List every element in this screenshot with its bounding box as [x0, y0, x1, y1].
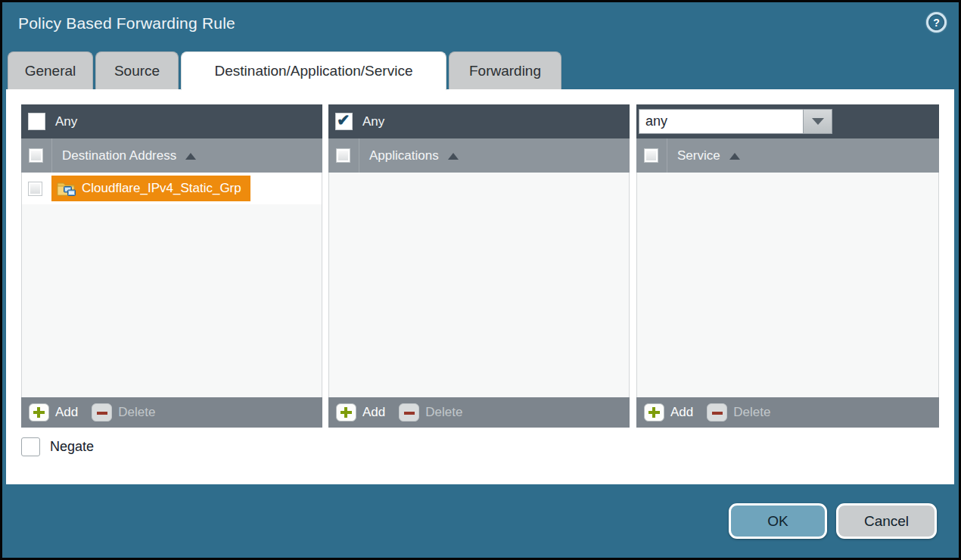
- destination-any-label: Any: [55, 114, 77, 129]
- tab-general[interactable]: General: [8, 51, 93, 89]
- plus-icon: [29, 403, 49, 422]
- plus-icon: [644, 403, 664, 422]
- service-add-button[interactable]: Add: [644, 403, 693, 422]
- add-button-label: Add: [670, 405, 693, 420]
- applications-column: Any Applications Add Delete: [328, 104, 630, 428]
- destination-any-row: Any: [21, 104, 322, 138]
- header-divider: [667, 138, 667, 173]
- question-mark-icon: ?: [928, 14, 944, 30]
- minus-icon: [399, 403, 419, 422]
- service-delete-button[interactable]: Delete: [707, 403, 770, 422]
- service-dropdown-value[interactable]: any: [639, 109, 804, 134]
- destination-address-column: Any Destination Address: [21, 104, 322, 428]
- applications-any-row: Any: [328, 104, 630, 138]
- service-dropdown[interactable]: any: [639, 109, 832, 134]
- tab-content-panel: Any Destination Address: [6, 89, 954, 484]
- minus-icon: [707, 403, 727, 422]
- sort-ascending-icon: [185, 153, 196, 160]
- tab-forwarding[interactable]: Forwarding: [449, 51, 561, 89]
- tab-source[interactable]: Source: [95, 51, 179, 89]
- destination-delete-button[interactable]: Delete: [92, 403, 155, 422]
- address-object-label: Cloudflare_IPv4_Static_Grp: [82, 181, 241, 196]
- selected-address-object[interactable]: Cloudflare_IPv4_Static_Grp: [51, 176, 250, 201]
- delete-button-label: Delete: [118, 405, 155, 420]
- sort-ascending-icon: [729, 153, 740, 160]
- delete-button-label: Delete: [425, 405, 462, 420]
- service-list: [636, 173, 939, 397]
- applications-delete-button[interactable]: Delete: [399, 403, 462, 422]
- applications-list: [328, 173, 630, 397]
- destination-select-all-checkbox[interactable]: [29, 148, 43, 163]
- applications-footer: Add Delete: [328, 397, 630, 428]
- applications-header-label: Applications: [369, 148, 439, 163]
- service-column: any Service Add D: [636, 104, 939, 428]
- tab-destination-application-service[interactable]: Destination/Application/Service: [181, 51, 446, 90]
- negate-checkbox[interactable]: [21, 437, 40, 456]
- destination-address-header[interactable]: Destination Address: [21, 138, 322, 173]
- destination-any-checkbox[interactable]: [28, 113, 45, 130]
- sort-ascending-icon: [448, 153, 459, 160]
- destination-address-list: Cloudflare_IPv4_Static_Grp: [21, 173, 322, 397]
- header-divider: [359, 138, 359, 173]
- service-dropdown-row: any: [636, 104, 939, 138]
- add-button-label: Add: [55, 405, 78, 420]
- negate-label: Negate: [50, 439, 94, 455]
- applications-any-label: Any: [362, 114, 384, 129]
- destination-address-header-label: Destination Address: [62, 148, 176, 163]
- service-header[interactable]: Service: [636, 138, 939, 173]
- chevron-down-icon: [812, 118, 824, 125]
- minus-icon: [92, 403, 112, 422]
- service-dropdown-button[interactable]: [804, 109, 832, 134]
- destination-footer: Add Delete: [21, 397, 322, 428]
- pbf-rule-dialog: Policy Based Forwarding Rule ? General S…: [0, 0, 961, 560]
- destination-add-button[interactable]: Add: [29, 403, 78, 422]
- applications-add-button[interactable]: Add: [336, 403, 385, 422]
- destination-address-row[interactable]: Cloudflare_IPv4_Static_Grp: [22, 173, 322, 204]
- delete-button-label: Delete: [733, 405, 770, 420]
- applications-header[interactable]: Applications: [328, 138, 630, 173]
- address-group-icon: [57, 180, 76, 197]
- service-footer: Add Delete: [636, 397, 939, 428]
- negate-row: Negate: [21, 437, 94, 456]
- tab-bar: General Source Destination/Application/S…: [8, 51, 561, 89]
- help-icon[interactable]: ?: [926, 12, 947, 33]
- plus-icon: [336, 403, 356, 422]
- ok-button[interactable]: OK: [729, 503, 827, 539]
- applications-any-checkbox[interactable]: [335, 113, 353, 130]
- dialog-title: Policy Based Forwarding Rule: [18, 14, 235, 33]
- header-divider: [51, 138, 52, 173]
- add-button-label: Add: [362, 405, 385, 420]
- cancel-button[interactable]: Cancel: [836, 503, 937, 539]
- applications-select-all-checkbox[interactable]: [336, 148, 350, 163]
- destination-row-checkbox[interactable]: [28, 182, 42, 196]
- service-select-all-checkbox[interactable]: [644, 148, 658, 163]
- service-header-label: Service: [677, 148, 720, 163]
